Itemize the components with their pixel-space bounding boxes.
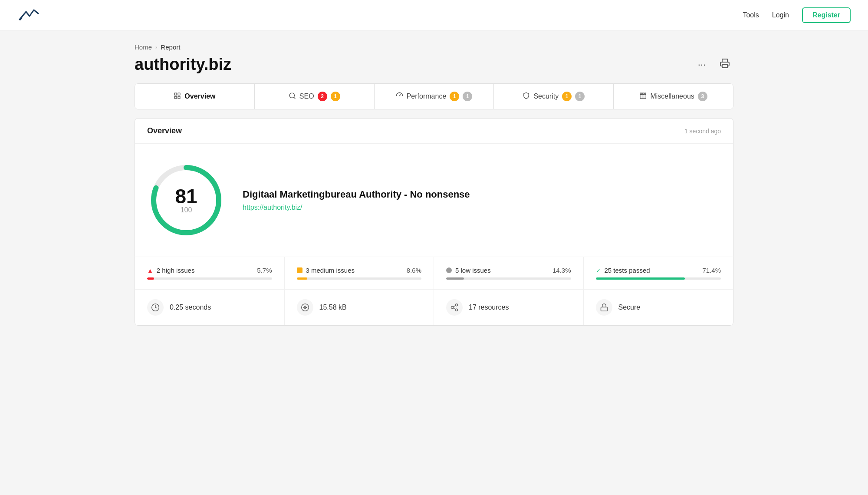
header-nav: Tools Login Register [743, 7, 851, 23]
svg-rect-1 [174, 93, 177, 95]
miscellaneous-icon [639, 92, 647, 101]
seo-badge-red: 2 [318, 92, 327, 101]
performance-icon [396, 92, 403, 101]
tab-performance-label: Performance [407, 92, 447, 100]
low-issue-bar [446, 277, 571, 280]
main-content: Home › Report authority.biz ··· [117, 30, 751, 339]
svg-line-26 [453, 305, 456, 307]
issue-high-label: ▲ 2 high issues [147, 267, 194, 274]
header: Tools Login Register [0, 0, 868, 30]
miscellaneous-badge-gray: 3 [698, 92, 707, 101]
breadcrumb: Home › Report [135, 43, 733, 51]
gauge-score: 81 [175, 186, 197, 206]
low-issue-fill [446, 277, 464, 280]
tab-seo-label: SEO [299, 92, 314, 100]
login-link[interactable]: Login [772, 11, 789, 19]
logo-icon [17, 7, 39, 23]
page-title: authority.biz [135, 55, 231, 74]
more-icon: ··· [698, 59, 706, 70]
tab-performance[interactable]: Performance 1 1 [375, 84, 494, 109]
issue-low-label: 5 low issues [446, 267, 491, 274]
medium-issue-fill [297, 277, 308, 280]
security-icon [523, 92, 530, 101]
issue-medium-label-row: 3 medium issues 8.6% [297, 267, 422, 274]
medium-issue-pct: 8.6% [407, 267, 421, 274]
svg-line-6 [294, 97, 295, 98]
high-issue-pct: 5.7% [257, 267, 272, 274]
svg-rect-0 [722, 64, 727, 68]
overview-icon [174, 92, 181, 101]
tab-seo[interactable]: SEO 2 1 [255, 84, 375, 109]
stat-size-label: 15.58 kB [319, 304, 347, 311]
passed-bar [596, 277, 721, 280]
svg-line-7 [399, 94, 401, 96]
stat-size-icon [297, 299, 313, 316]
svg-rect-3 [174, 96, 177, 98]
medium-issue-text: 3 medium issues [306, 267, 355, 274]
tab-miscellaneous[interactable]: Miscellaneous 3 [614, 84, 733, 109]
performance-badge-gray: 1 [463, 92, 472, 101]
security-badge-gray: 1 [575, 92, 585, 101]
issue-passed: ✓ 25 tests passed 71.4% [584, 257, 733, 289]
logo [17, 7, 39, 23]
stat-resources-label: 17 resources [469, 304, 509, 311]
seo-badge-yellow: 1 [331, 92, 340, 101]
site-name: Digitaal Marketingbureau Authority - No … [243, 189, 470, 200]
svg-line-25 [453, 308, 456, 309]
tab-overview-label: Overview [184, 92, 215, 100]
issue-medium: 3 medium issues 8.6% [285, 257, 434, 289]
tab-security[interactable]: Security 1 1 [494, 84, 614, 109]
stat-secure-label: Secure [618, 304, 641, 311]
high-issue-bar [147, 277, 272, 280]
issue-medium-label: 3 medium issues [297, 267, 355, 274]
overview-card: Overview 1 second ago 81 100 Digit [135, 118, 733, 326]
tab-security-label: Security [533, 92, 559, 100]
passed-icon: ✓ [596, 267, 601, 274]
stat-resources: 17 resources [434, 290, 584, 325]
more-button[interactable]: ··· [694, 57, 709, 72]
medium-issue-icon [297, 267, 302, 273]
breadcrumb-current: Report [161, 43, 180, 51]
stat-resources-icon [446, 299, 463, 316]
high-issue-icon: ▲ [147, 267, 153, 274]
issue-low-label-row: 5 low issues 14.3% [446, 267, 571, 274]
breadcrumb-home[interactable]: Home [135, 43, 152, 51]
issue-high-label-row: ▲ 2 high issues 5.7% [147, 267, 272, 274]
overview-card-header: Overview 1 second ago [135, 119, 733, 144]
print-button[interactable] [716, 56, 733, 73]
site-url[interactable]: https://authority.biz/ [243, 204, 470, 211]
site-info: Digitaal Marketingbureau Authority - No … [243, 189, 470, 211]
low-issue-icon [446, 267, 452, 273]
stat-secure: Secure [584, 290, 733, 325]
issues-row: ▲ 2 high issues 5.7% 3 medium issues 8.6… [135, 257, 733, 290]
svg-rect-4 [178, 96, 180, 98]
performance-badge-yellow: 1 [450, 92, 459, 101]
tabs: Overview SEO 2 1 Performance 1 1 [135, 83, 733, 109]
low-issue-pct: 14.3% [552, 267, 571, 274]
high-issue-fill [147, 277, 154, 280]
medium-issue-bar [297, 277, 422, 280]
score-gauge: 81 100 [147, 161, 225, 239]
breadcrumb-separator: › [155, 44, 157, 50]
passed-fill [596, 277, 685, 280]
title-actions: ··· [694, 56, 733, 73]
stat-time-icon [147, 299, 164, 316]
stat-secure-icon [596, 299, 612, 316]
tab-overview[interactable]: Overview [135, 84, 255, 109]
issue-passed-label-row: ✓ 25 tests passed 71.4% [596, 267, 721, 274]
stats-row: 0.25 seconds 15.58 kB [135, 290, 733, 325]
svg-rect-27 [601, 307, 607, 311]
stat-time-label: 0.25 seconds [170, 304, 211, 311]
tab-miscellaneous-label: Miscellaneous [650, 92, 694, 100]
security-badge-yellow: 1 [562, 92, 572, 101]
register-button[interactable]: Register [802, 7, 851, 23]
passed-text: 25 tests passed [605, 267, 650, 274]
passed-pct: 71.4% [702, 267, 721, 274]
high-issue-text: 2 high issues [157, 267, 195, 274]
issue-passed-label: ✓ 25 tests passed [596, 267, 650, 274]
low-issue-text: 5 low issues [455, 267, 491, 274]
stat-size: 15.58 kB [285, 290, 434, 325]
gauge-text: 81 100 [175, 186, 197, 214]
tools-link[interactable]: Tools [743, 11, 759, 19]
print-icon [720, 60, 730, 71]
